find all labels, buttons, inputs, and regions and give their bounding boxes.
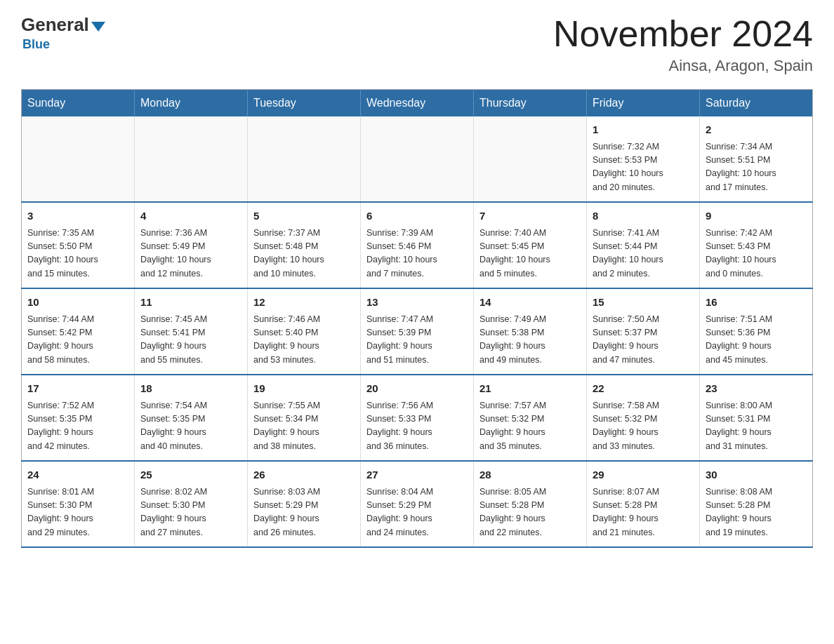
week-row-4: 24Sunrise: 8:01 AM Sunset: 5:30 PM Dayli… <box>22 461 813 547</box>
weekday-header-monday: Monday <box>135 90 248 117</box>
day-cell: 21Sunrise: 7:57 AM Sunset: 5:32 PM Dayli… <box>474 375 587 461</box>
day-info: Sunrise: 7:56 AM Sunset: 5:33 PM Dayligh… <box>366 399 468 454</box>
day-cell <box>22 116 135 202</box>
weekday-header-thursday: Thursday <box>474 90 587 117</box>
day-cell: 29Sunrise: 8:07 AM Sunset: 5:28 PM Dayli… <box>587 461 700 547</box>
day-cell: 30Sunrise: 8:08 AM Sunset: 5:28 PM Dayli… <box>700 461 813 547</box>
day-number: 19 <box>253 381 355 397</box>
day-number: 17 <box>27 381 128 397</box>
day-cell: 22Sunrise: 7:58 AM Sunset: 5:32 PM Dayli… <box>587 375 700 461</box>
day-number: 14 <box>479 295 581 311</box>
day-info: Sunrise: 7:41 AM Sunset: 5:44 PM Dayligh… <box>593 227 694 281</box>
day-cell: 12Sunrise: 7:46 AM Sunset: 5:40 PM Dayli… <box>248 288 361 375</box>
day-number: 16 <box>706 295 807 311</box>
day-info: Sunrise: 7:57 AM Sunset: 5:32 PM Dayligh… <box>479 399 581 454</box>
day-info: Sunrise: 7:34 AM Sunset: 5:51 PM Dayligh… <box>706 140 807 195</box>
day-cell: 11Sunrise: 7:45 AM Sunset: 5:41 PM Dayli… <box>135 288 248 375</box>
day-cell: 27Sunrise: 8:04 AM Sunset: 5:29 PM Dayli… <box>361 461 474 547</box>
day-cell: 8Sunrise: 7:41 AM Sunset: 5:44 PM Daylig… <box>587 202 700 288</box>
calendar-title: November 2024 <box>553 14 813 54</box>
day-info: Sunrise: 7:42 AM Sunset: 5:43 PM Dayligh… <box>706 227 807 281</box>
day-number: 9 <box>706 208 807 224</box>
day-info: Sunrise: 7:45 AM Sunset: 5:41 PM Dayligh… <box>140 313 241 368</box>
day-number: 28 <box>479 467 581 483</box>
weekday-header-sunday: Sunday <box>22 90 135 117</box>
day-cell: 10Sunrise: 7:44 AM Sunset: 5:42 PM Dayli… <box>22 288 135 375</box>
day-cell: 4Sunrise: 7:36 AM Sunset: 5:49 PM Daylig… <box>135 202 248 288</box>
day-info: Sunrise: 7:40 AM Sunset: 5:45 PM Dayligh… <box>479 227 581 281</box>
day-number: 15 <box>593 295 694 311</box>
weekday-header-friday: Friday <box>587 90 700 117</box>
day-cell: 16Sunrise: 7:51 AM Sunset: 5:36 PM Dayli… <box>700 288 813 375</box>
day-info: Sunrise: 7:54 AM Sunset: 5:35 PM Dayligh… <box>140 399 241 454</box>
day-number: 6 <box>366 208 468 224</box>
day-number: 11 <box>140 295 241 311</box>
day-number: 26 <box>253 467 355 483</box>
day-info: Sunrise: 7:50 AM Sunset: 5:37 PM Dayligh… <box>593 313 694 368</box>
day-number: 18 <box>140 381 241 397</box>
day-cell <box>248 116 361 202</box>
day-info: Sunrise: 7:44 AM Sunset: 5:42 PM Dayligh… <box>27 313 128 368</box>
logo: General Blue <box>21 14 105 52</box>
day-cell: 13Sunrise: 7:47 AM Sunset: 5:39 PM Dayli… <box>361 288 474 375</box>
logo-general-text: General <box>21 14 89 36</box>
day-number: 27 <box>366 467 468 483</box>
week-row-2: 10Sunrise: 7:44 AM Sunset: 5:42 PM Dayli… <box>22 288 813 375</box>
day-info: Sunrise: 7:35 AM Sunset: 5:50 PM Dayligh… <box>27 227 128 281</box>
day-cell: 15Sunrise: 7:50 AM Sunset: 5:37 PM Dayli… <box>587 288 700 375</box>
day-number: 21 <box>479 381 581 397</box>
day-number: 30 <box>706 467 807 483</box>
day-number: 1 <box>593 122 694 138</box>
day-cell: 18Sunrise: 7:54 AM Sunset: 5:35 PM Dayli… <box>135 375 248 461</box>
weekday-header-wednesday: Wednesday <box>361 90 474 117</box>
day-info: Sunrise: 8:05 AM Sunset: 5:28 PM Dayligh… <box>479 485 581 540</box>
day-number: 2 <box>706 122 807 138</box>
day-info: Sunrise: 8:02 AM Sunset: 5:30 PM Dayligh… <box>140 485 241 540</box>
day-cell: 17Sunrise: 7:52 AM Sunset: 5:35 PM Dayli… <box>22 375 135 461</box>
logo-blue-text: Blue <box>21 37 50 52</box>
title-area: November 2024 Ainsa, Aragon, Spain <box>553 14 813 75</box>
day-cell: 28Sunrise: 8:05 AM Sunset: 5:28 PM Dayli… <box>474 461 587 547</box>
day-cell <box>135 116 248 202</box>
day-info: Sunrise: 8:00 AM Sunset: 5:31 PM Dayligh… <box>706 399 807 454</box>
day-cell: 20Sunrise: 7:56 AM Sunset: 5:33 PM Dayli… <box>361 375 474 461</box>
day-info: Sunrise: 7:46 AM Sunset: 5:40 PM Dayligh… <box>253 313 355 368</box>
day-cell: 3Sunrise: 7:35 AM Sunset: 5:50 PM Daylig… <box>22 202 135 288</box>
weekday-header-tuesday: Tuesday <box>248 90 361 117</box>
day-info: Sunrise: 8:07 AM Sunset: 5:28 PM Dayligh… <box>593 485 694 540</box>
day-info: Sunrise: 7:51 AM Sunset: 5:36 PM Dayligh… <box>706 313 807 368</box>
day-number: 4 <box>140 208 241 224</box>
day-number: 10 <box>27 295 128 311</box>
calendar-subtitle: Ainsa, Aragon, Spain <box>553 57 813 75</box>
day-info: Sunrise: 7:55 AM Sunset: 5:34 PM Dayligh… <box>253 399 355 454</box>
day-info: Sunrise: 7:37 AM Sunset: 5:48 PM Dayligh… <box>253 227 355 281</box>
weekday-header-row: SundayMondayTuesdayWednesdayThursdayFrid… <box>22 90 813 117</box>
day-number: 20 <box>366 381 468 397</box>
logo-triangle-icon <box>91 22 105 32</box>
day-number: 13 <box>366 295 468 311</box>
day-info: Sunrise: 7:32 AM Sunset: 5:53 PM Dayligh… <box>593 140 694 195</box>
day-info: Sunrise: 7:36 AM Sunset: 5:49 PM Dayligh… <box>140 227 241 281</box>
day-info: Sunrise: 7:47 AM Sunset: 5:39 PM Dayligh… <box>366 313 468 368</box>
day-cell: 26Sunrise: 8:03 AM Sunset: 5:29 PM Dayli… <box>248 461 361 547</box>
header: General Blue November 2024 Ainsa, Aragon… <box>21 14 813 75</box>
week-row-3: 17Sunrise: 7:52 AM Sunset: 5:35 PM Dayli… <box>22 375 813 461</box>
day-info: Sunrise: 8:03 AM Sunset: 5:29 PM Dayligh… <box>253 485 355 540</box>
calendar-table: SundayMondayTuesdayWednesdayThursdayFrid… <box>21 89 813 548</box>
day-cell: 24Sunrise: 8:01 AM Sunset: 5:30 PM Dayli… <box>22 461 135 547</box>
day-number: 22 <box>593 381 694 397</box>
day-number: 12 <box>253 295 355 311</box>
day-number: 3 <box>27 208 128 224</box>
day-cell: 1Sunrise: 7:32 AM Sunset: 5:53 PM Daylig… <box>587 116 700 202</box>
day-info: Sunrise: 7:39 AM Sunset: 5:46 PM Dayligh… <box>366 227 468 281</box>
day-cell: 23Sunrise: 8:00 AM Sunset: 5:31 PM Dayli… <box>700 375 813 461</box>
day-cell: 6Sunrise: 7:39 AM Sunset: 5:46 PM Daylig… <box>361 202 474 288</box>
day-info: Sunrise: 7:58 AM Sunset: 5:32 PM Dayligh… <box>593 399 694 454</box>
day-cell: 19Sunrise: 7:55 AM Sunset: 5:34 PM Dayli… <box>248 375 361 461</box>
day-cell <box>361 116 474 202</box>
day-cell: 7Sunrise: 7:40 AM Sunset: 5:45 PM Daylig… <box>474 202 587 288</box>
day-number: 5 <box>253 208 355 224</box>
day-info: Sunrise: 7:49 AM Sunset: 5:38 PM Dayligh… <box>479 313 581 368</box>
day-number: 8 <box>593 208 694 224</box>
day-info: Sunrise: 8:08 AM Sunset: 5:28 PM Dayligh… <box>706 485 807 540</box>
